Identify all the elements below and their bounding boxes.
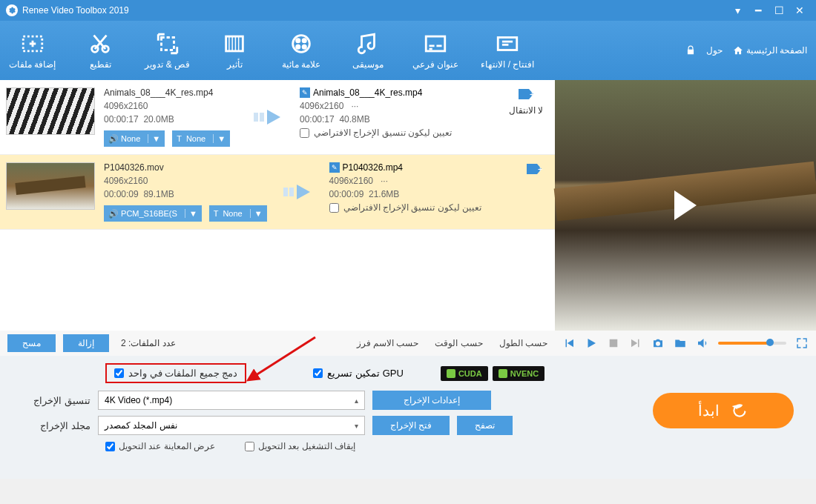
next-icon[interactable] xyxy=(629,336,642,350)
file-list: Animals_08___4K_res.mp4 4096x2160 00:00:… xyxy=(0,80,555,331)
preview-after-checkbox[interactable]: عرض المعاينة عند التحويل xyxy=(105,441,215,451)
conversion-arrow-icon xyxy=(246,87,291,147)
refresh-icon xyxy=(730,401,749,420)
subtitle-track-pill[interactable]: T None▼ xyxy=(209,205,267,222)
set-default-format-checkbox[interactable]: تعيين ليكون تنسيق الإخراج الافتراضي xyxy=(300,127,500,138)
close-icon[interactable]: ✕ xyxy=(789,3,810,18)
bookmark-add-icon[interactable]: + xyxy=(517,87,535,101)
maximize-icon[interactable]: ☐ xyxy=(769,3,789,18)
output-format-select[interactable]: 4K Video (*.mp4)▴ xyxy=(98,391,365,410)
crop-rotate-icon xyxy=(155,31,180,56)
sort-by-name[interactable]: حسب الاسم فرز xyxy=(357,338,419,348)
source-duration-size: 00:00:17 20.0MB xyxy=(104,114,237,125)
browse-button[interactable]: تصفح xyxy=(457,416,513,435)
gpu-accel-checkbox[interactable]: تمكين تسريع GPU xyxy=(313,368,403,379)
subtitle-track-pill[interactable]: T None▼ xyxy=(172,130,230,147)
svg-text:+: + xyxy=(538,165,542,173)
volume-slider[interactable] xyxy=(718,342,786,345)
chevron-down-icon: ▼ xyxy=(213,134,226,143)
player-controls xyxy=(555,331,816,356)
source-filename: P1040326.mov xyxy=(104,162,267,173)
about-link[interactable]: حول xyxy=(706,45,723,56)
svg-point-8 xyxy=(296,44,300,49)
source-duration-size: 00:00:09 89.1MB xyxy=(104,189,267,199)
window-menu-icon[interactable]: ▾ xyxy=(727,3,748,18)
bookmark-add-icon[interactable]: + xyxy=(525,162,543,176)
nvenc-badge: NVENC xyxy=(493,366,545,381)
output-panel: دمج جميع الملفات في واحد تمكين تسريع GPU… xyxy=(0,356,816,479)
sort-by-time[interactable]: حسب الوقت xyxy=(435,338,482,348)
snapshot-icon[interactable] xyxy=(651,336,665,350)
toolbar-music[interactable]: موسيقى xyxy=(346,31,390,70)
output-resolution: 4096x2160 ··· xyxy=(300,101,500,111)
sort-by-length[interactable]: حسب الطول xyxy=(499,338,547,348)
transition-label: لا الانتقال xyxy=(509,105,543,116)
remove-button[interactable]: إزالة xyxy=(63,334,109,352)
source-resolution: 4096x2160 xyxy=(104,176,267,186)
add-files-icon xyxy=(20,31,45,56)
app-title: Renee Video Toolbox 2019 xyxy=(22,5,129,16)
chevron-down-icon: ▼ xyxy=(185,209,197,218)
output-format-label: تنسيق الإخراج xyxy=(9,395,91,406)
toolbar-effect[interactable]: تأثير xyxy=(212,31,257,70)
edit-icon[interactable]: ✎ xyxy=(329,162,340,173)
list-action-bar: مسح إزالة عدد الملفات: 2 حسب الاسم فرز ح… xyxy=(0,331,555,356)
conversion-arrow-icon xyxy=(276,162,320,222)
toolbar-crop-rotate[interactable]: قص & تدوير xyxy=(145,31,190,70)
toolbar-cut[interactable]: تقطيع xyxy=(78,31,122,70)
output-duration-size: 00:00:09 21.6MB xyxy=(329,189,516,199)
fullscreen-icon[interactable] xyxy=(795,336,809,350)
app-logo-icon: ✽ xyxy=(6,4,18,16)
watermark-icon xyxy=(289,31,314,56)
volume-icon[interactable] xyxy=(696,336,709,350)
start-button[interactable]: ابدأ xyxy=(653,393,794,428)
edit-icon[interactable]: ✎ xyxy=(300,87,310,98)
file-thumbnail xyxy=(6,87,95,135)
main-toolbar: إضافة ملفاتتقطيعقص & تدويرتأثيرعلامة مائ… xyxy=(0,21,816,80)
toolbar-watermark[interactable]: علامة مائية xyxy=(279,31,323,70)
output-filename: P1040326.mp4 xyxy=(343,162,403,173)
source-filename: Animals_08___4K_res.mp4 xyxy=(104,87,237,98)
svg-rect-4 xyxy=(226,36,243,51)
toolbar-intro-outro[interactable]: افتتاح / الانتهاء xyxy=(481,31,534,70)
output-duration-size: 00:00:17 40.8MB xyxy=(300,114,500,125)
svg-point-5 xyxy=(293,36,310,53)
output-resolution: 4096x2160 ··· xyxy=(329,176,516,186)
chevron-down-icon: ▾ xyxy=(355,422,358,430)
chevron-up-icon: ▴ xyxy=(355,397,358,405)
svg-rect-3 xyxy=(161,38,174,50)
lock-icon[interactable] xyxy=(685,45,696,56)
chevron-down-icon: ▼ xyxy=(148,134,160,143)
home-link[interactable]: الصفحة الرئيسية xyxy=(733,45,807,56)
output-settings-button[interactable]: إعدادات الإخراج xyxy=(372,391,491,410)
output-folder-label: مجلد الإخراج xyxy=(9,420,91,431)
file-row[interactable]: P1040326.mov 4096x2160 00:00:09 89.1MB 🔊… xyxy=(0,155,555,230)
open-output-button[interactable]: فتح الإخراج xyxy=(372,416,450,435)
stop-icon[interactable] xyxy=(607,336,620,350)
svg-rect-10 xyxy=(426,36,445,51)
shutdown-after-checkbox[interactable]: إيقاف التشغيل بعد التحويل xyxy=(245,441,355,451)
subtitle-icon xyxy=(423,31,448,56)
chevron-down-icon: ▼ xyxy=(250,209,263,218)
open-folder-icon[interactable] xyxy=(674,336,687,350)
set-default-format-checkbox[interactable]: تعيين ليكون تنسيق الإخراج الافتراضي xyxy=(329,202,516,213)
clear-button[interactable]: مسح xyxy=(7,334,56,352)
preview-pane[interactable] xyxy=(555,80,816,331)
file-thumbnail xyxy=(6,162,95,210)
play-icon[interactable] xyxy=(674,190,697,220)
cut-icon xyxy=(88,31,113,56)
audio-track-pill[interactable]: 🔊 PCM_S16BE(S▼ xyxy=(104,205,202,222)
output-filename: Animals_08___4K_res.mp4 xyxy=(313,87,422,98)
titlebar: ✽ Renee Video Toolbox 2019 ▾ ━ ☐ ✕ xyxy=(0,0,816,21)
svg-point-7 xyxy=(302,39,306,43)
toolbar-subtitle[interactable]: عنوان فرعي xyxy=(412,31,458,70)
svg-rect-14 xyxy=(610,339,618,348)
file-row[interactable]: Animals_08___4K_res.mp4 4096x2160 00:00:… xyxy=(0,80,555,155)
minimize-icon[interactable]: ━ xyxy=(748,3,769,18)
merge-all-checkbox[interactable]: دمج جميع الملفات في واحد xyxy=(105,363,246,383)
output-folder-select[interactable]: نفس المجلد كمصدر▾ xyxy=(98,416,365,435)
audio-track-pill[interactable]: 🔊 None▼ xyxy=(104,130,165,147)
play-icon[interactable] xyxy=(585,336,598,350)
toolbar-add-files[interactable]: إضافة ملفات xyxy=(9,31,56,70)
prev-icon[interactable] xyxy=(562,336,576,350)
